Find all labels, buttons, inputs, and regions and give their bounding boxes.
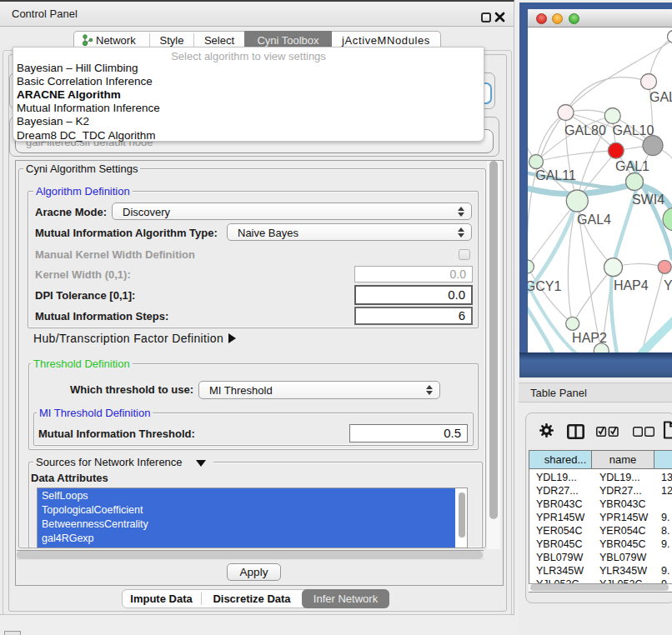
svg-text:GAL10: GAL10 — [613, 123, 654, 138]
svg-text:GCY1: GCY1 — [528, 279, 561, 293]
svg-text:SWI4: SWI4 — [632, 192, 664, 207]
svg-text:HAP2: HAP2 — [572, 331, 607, 345]
svg-text:GAL1: GAL1 — [615, 159, 649, 173]
svg-text:YJ: YJ — [664, 278, 672, 292]
svg-text:GAL11: GAL11 — [535, 168, 576, 182]
svg-text:GAL80: GAL80 — [564, 123, 606, 138]
svg-text:GAL7: GAL7 — [649, 90, 672, 104]
svg-text:GAL4: GAL4 — [577, 212, 611, 227]
svg-text:HAP4: HAP4 — [614, 278, 649, 292]
